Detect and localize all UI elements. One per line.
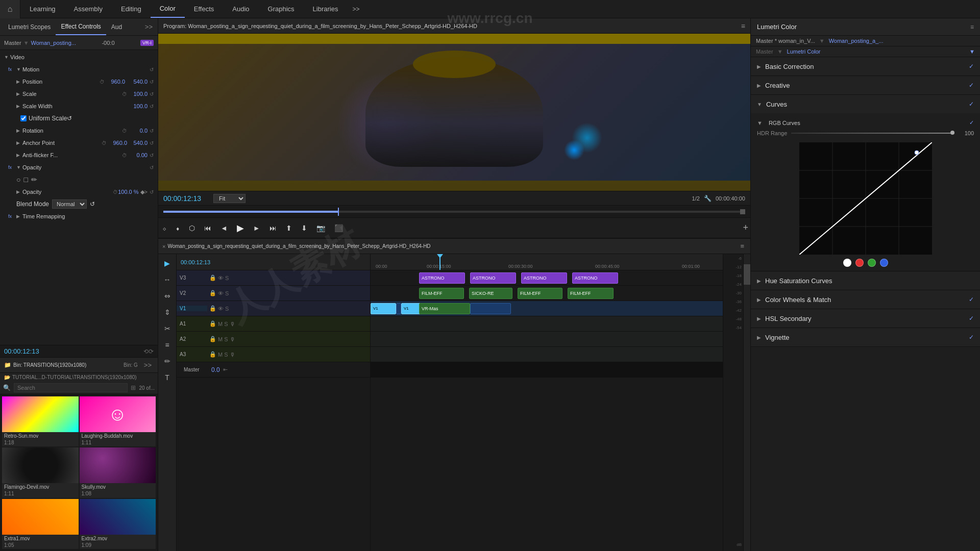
- curve-dot-blue[interactable]: [880, 259, 888, 267]
- tool-select[interactable]: ▶: [161, 257, 174, 269]
- tl-clip-sickore[interactable]: SICKO-RE: [469, 288, 512, 299]
- rotation-reset[interactable]: ↺: [150, 128, 154, 134]
- ellipse-mask-icon[interactable]: ○: [16, 176, 20, 184]
- bin-more-icon[interactable]: >>: [142, 360, 154, 370]
- tl-clip-v1-lock[interactable]: [396, 303, 401, 314]
- section-creative-header[interactable]: ▶ Creative ✓: [751, 76, 980, 94]
- motion-expand[interactable]: ▼: [16, 67, 22, 72]
- uniform-scale-reset[interactable]: ↺: [67, 115, 72, 122]
- motion-reset[interactable]: ↺: [150, 67, 154, 72]
- antiflicker-expand[interactable]: ▶: [16, 153, 22, 158]
- loop-icon[interactable]: ⟲⟳: [143, 348, 154, 355]
- lumetri-clip-name[interactable]: Woman_posting_a_...: [829, 38, 884, 44]
- section-curves-header[interactable]: ▼ Curves ✓: [751, 95, 980, 113]
- camera-button[interactable]: 📷: [314, 222, 327, 234]
- timeline-vscroll[interactable]: [743, 254, 750, 551]
- nav-more-button[interactable]: >>: [347, 0, 364, 18]
- tab-lumetri-scopes[interactable]: Lumetri Scopes: [3, 18, 56, 35]
- timeline-menu-icon[interactable]: ≡: [738, 241, 746, 251]
- scale-reset[interactable]: ↺: [150, 91, 154, 97]
- anchor-stopwatch[interactable]: ⏱: [102, 140, 107, 146]
- anchor-expand[interactable]: ▶: [16, 140, 22, 145]
- mic-a3[interactable]: 🎙: [230, 352, 235, 358]
- position-stopwatch[interactable]: ⏱: [100, 79, 105, 85]
- step-back-button[interactable]: ◄: [218, 222, 230, 234]
- lift-button[interactable]: ⬆: [284, 222, 294, 234]
- clip-name-active[interactable]: Woman_posting...: [31, 40, 76, 46]
- nav-item-assembly[interactable]: Assembly: [65, 0, 112, 18]
- scale-stopwatch[interactable]: ⏱: [122, 91, 127, 97]
- tab-effect-controls[interactable]: Effect Controls: [56, 18, 106, 35]
- position-reset[interactable]: ↺: [150, 79, 154, 85]
- mark-out-button[interactable]: ⬧: [174, 222, 182, 234]
- tool-arrow[interactable]: ↔: [161, 273, 174, 286]
- anchor-y-value[interactable]: 540.0: [127, 140, 148, 146]
- section-color-wheels-header[interactable]: ▶ Color Wheels & Match ✓: [751, 290, 980, 309]
- monitor-timecode[interactable]: 00:00:12:13: [163, 194, 209, 203]
- antiflicker-stopwatch[interactable]: ⏱: [122, 153, 127, 158]
- time-remap-expand[interactable]: ▶: [16, 214, 22, 219]
- monitor-wrench-icon[interactable]: 🔧: [704, 195, 712, 202]
- uniform-scale-checkbox[interactable]: [20, 115, 27, 121]
- tl-clip-v1-label[interactable]: V1: [371, 303, 396, 314]
- anchor-x-value[interactable]: 960.0: [107, 140, 127, 146]
- curve-dot-white[interactable]: [843, 259, 851, 267]
- play-button[interactable]: ▶: [235, 220, 246, 236]
- opacity-nav[interactable]: >: [144, 189, 148, 195]
- tl-clip-astrono-3[interactable]: ASTRONO: [521, 272, 567, 284]
- nav-item-color[interactable]: Color: [151, 0, 185, 18]
- lumetri-menu-icon[interactable]: ≡: [970, 23, 974, 31]
- tl-clip-filmeff-1[interactable]: FILM-EFF: [419, 288, 464, 299]
- master-slider-icon[interactable]: ⇤: [223, 366, 228, 373]
- nav-item-editing[interactable]: Editing: [112, 0, 151, 18]
- solo-icon-v2[interactable]: S: [225, 290, 229, 296]
- nav-item-effects[interactable]: Effects: [185, 0, 224, 18]
- tl-clip-vrmas[interactable]: VR-Mas: [419, 303, 470, 314]
- mute-icon-a2[interactable]: M: [218, 336, 223, 342]
- go-to-out-button[interactable]: ⏭: [267, 222, 279, 234]
- scrubber-track[interactable]: [163, 211, 745, 213]
- hsl-checkbox[interactable]: ✓: [969, 315, 974, 322]
- solo-a2[interactable]: S: [224, 336, 228, 342]
- section-hsl-header[interactable]: ▶ HSL Secondary ✓: [751, 309, 980, 328]
- step-forward-button[interactable]: ►: [251, 222, 262, 234]
- mic-a2[interactable]: 🎙: [230, 336, 235, 342]
- lock-icon-a2[interactable]: 🔒: [209, 336, 216, 342]
- scale-expand[interactable]: ▶: [16, 91, 22, 96]
- vscroll-thumb[interactable]: [744, 264, 750, 285]
- rotation-value[interactable]: 0.0: [127, 128, 148, 134]
- home-button[interactable]: ⌂: [0, 0, 20, 18]
- scale-value[interactable]: 100.0: [127, 91, 148, 97]
- monitor-scrubber[interactable]: [158, 205, 750, 217]
- tab-audio[interactable]: Aud: [106, 18, 127, 35]
- solo-icon-v1[interactable]: S: [225, 306, 229, 312]
- eye-icon-v1[interactable]: 👁: [218, 306, 224, 312]
- anchor-reset[interactable]: ↺: [150, 140, 154, 146]
- rgb-curves-expand[interactable]: ▼: [757, 120, 763, 126]
- curve-dot-red[interactable]: [855, 259, 864, 267]
- timeline-timecode[interactable]: 00:00:12:13: [181, 259, 210, 265]
- rgb-curves-checkbox[interactable]: ✓: [969, 119, 974, 126]
- opacity-value[interactable]: 100.0 %: [118, 189, 138, 195]
- solo-a3[interactable]: S: [224, 352, 228, 358]
- timeline-close-icon[interactable]: ×: [162, 243, 165, 249]
- scale-width-value[interactable]: 100.0: [127, 103, 148, 109]
- hdr-slider[interactable]: [791, 133, 954, 134]
- tl-clip-filmeff-2[interactable]: FILM-EFF: [518, 288, 562, 299]
- lock-icon-v3[interactable]: 🔒: [209, 274, 216, 281]
- mark-in-button[interactable]: ⬦: [160, 222, 168, 234]
- tool-ripple[interactable]: ⇔: [161, 290, 174, 302]
- opacity-reset[interactable]: ↺: [150, 189, 154, 195]
- position-x-value[interactable]: 960.0: [105, 79, 125, 85]
- opacity-expand-2[interactable]: ▶: [16, 189, 22, 194]
- bin-search-input[interactable]: [14, 383, 128, 392]
- rotation-expand[interactable]: ▶: [16, 128, 22, 133]
- tool-rate[interactable]: ⇕: [161, 306, 174, 318]
- nav-item-libraries[interactable]: Libraries: [304, 0, 348, 18]
- eye-icon-v2[interactable]: 👁: [218, 290, 224, 296]
- extract-button[interactable]: ⬇: [299, 222, 309, 234]
- opacity-keyframe[interactable]: ◆: [140, 189, 144, 195]
- vignette-checkbox[interactable]: ✓: [969, 334, 974, 341]
- bin-item-laughing-buddah[interactable]: ☺ Laughing-Buddah.mov 1:11: [80, 396, 156, 446]
- export-frame-button[interactable]: ⬛: [332, 222, 345, 234]
